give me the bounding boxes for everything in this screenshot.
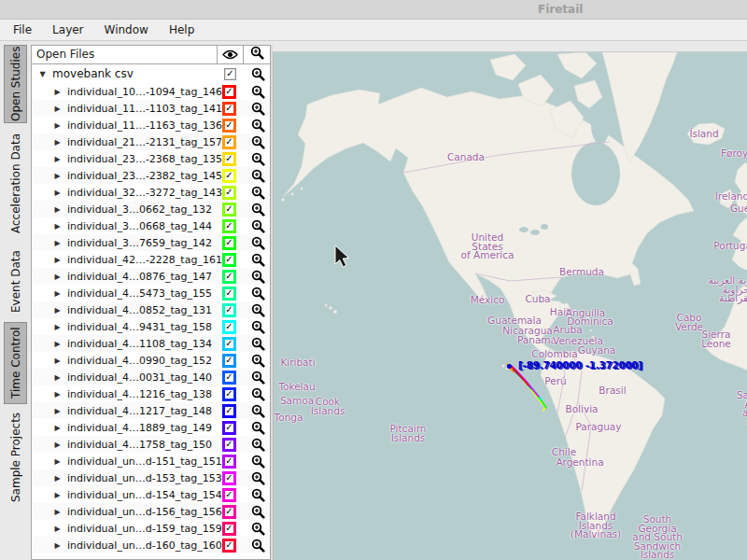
track-visibility-checkbox[interactable]: ✓ <box>222 102 236 116</box>
expand-arrow-icon[interactable]: ▶ <box>52 138 63 147</box>
track-row[interactable]: ▶ individual_4…0990_tag_152 ✓ <box>32 352 270 369</box>
track-row[interactable]: ▶ individual_4…1216_tag_138 ✓ <box>32 385 270 402</box>
track-row[interactable]: ▶ individual_11…-1163_tag_136 ✓ <box>32 117 270 133</box>
track-row[interactable]: ▶ individual_23…-2382_tag_145 ✓ <box>32 167 270 184</box>
expand-arrow-icon[interactable]: ▶ <box>52 306 63 315</box>
track-row[interactable]: ▶ individual_3…0668_tag_144 ✓ <box>32 217 270 234</box>
map-view[interactable]: [-89.740000 -1.372000] [-89.740000 -1.37… <box>273 51 747 560</box>
zoom-to-track-button[interactable] <box>246 337 270 351</box>
track-row[interactable]: ▶ individual_11…-1103_tag_141 ✓ <box>32 100 270 117</box>
expand-arrow-icon[interactable]: ▶ <box>52 172 63 180</box>
zoom-to-track-button[interactable] <box>246 421 270 435</box>
expand-arrow-icon[interactable]: ▶ <box>52 289 63 298</box>
zoom-to-track-button[interactable] <box>246 522 270 536</box>
toggle-all-visibility-button[interactable] <box>218 46 244 63</box>
expand-arrow-icon[interactable]: ▶ <box>52 121 63 130</box>
track-visibility-checkbox[interactable]: ✓ <box>222 303 236 317</box>
expand-arrow-icon[interactable]: ▶ <box>52 273 63 281</box>
track-visibility-checkbox[interactable]: ✓ <box>222 203 236 217</box>
zoom-to-track-button[interactable] <box>246 236 270 250</box>
track-visibility-checkbox[interactable]: ✓ <box>222 152 236 166</box>
zoom-to-track-button[interactable] <box>246 488 270 502</box>
track-visibility-checkbox[interactable]: ✓ <box>222 421 236 435</box>
zoom-to-track-button[interactable] <box>246 219 270 233</box>
expand-arrow-icon[interactable]: ▶ <box>52 424 63 432</box>
track-visibility-checkbox[interactable]: ✓ <box>222 354 236 368</box>
expand-arrow-icon[interactable]: ▶ <box>52 407 63 415</box>
track-visibility-checkbox[interactable]: ✓ <box>222 287 236 301</box>
track-row[interactable]: ▶ individual_32…-3272_tag_143 ✓ <box>32 184 270 201</box>
zoom-to-track-button[interactable] <box>246 287 270 301</box>
track-row[interactable]: ▶ individual_un…d-151_tag_151 ✓ <box>32 453 270 469</box>
zoom-to-root-button[interactable] <box>246 67 270 81</box>
track-row[interactable]: ▶ individual_4…9431_tag_158 ✓ <box>32 318 270 335</box>
track-row[interactable]: ▶ individual_4…1889_tag_149 ✓ <box>32 419 270 436</box>
track-visibility-checkbox[interactable]: ✓ <box>222 387 236 401</box>
zoom-to-track-button[interactable] <box>246 354 270 368</box>
zoom-to-track-button[interactable] <box>246 387 270 401</box>
track-visibility-checkbox[interactable]: ✓ <box>222 219 236 233</box>
track-row[interactable]: ▶ individual_un…d-156_tag_156 ✓ <box>32 503 270 520</box>
zoom-to-track-button[interactable] <box>246 404 270 418</box>
track-visibility-checkbox[interactable]: ✓ <box>222 455 236 469</box>
zoom-to-track-button[interactable] <box>246 102 270 116</box>
track-visibility-checkbox[interactable]: ✓ <box>222 471 236 485</box>
track-visibility-checkbox[interactable]: ✓ <box>222 539 236 553</box>
track-row[interactable]: ▶ individual_42…-2228_tag_161 ✓ <box>32 251 270 268</box>
expand-arrow-icon[interactable]: ▶ <box>52 474 63 483</box>
zoom-to-track-button[interactable] <box>246 455 270 469</box>
track-row[interactable]: ▶ individual_21…-2131_tag_157 ✓ <box>32 133 270 150</box>
root-checkbox[interactable]: ✓ <box>224 68 236 80</box>
tree-row-root[interactable]: ▼ movebank csv ✓ <box>32 64 270 83</box>
zoom-to-track-button[interactable] <box>246 320 270 334</box>
expand-arrow-icon[interactable]: ▶ <box>52 441 63 449</box>
track-row[interactable]: ▶ individual_4…1108_tag_134 ✓ <box>32 335 270 352</box>
zoom-to-track-button[interactable] <box>246 270 270 284</box>
expand-arrow-icon[interactable]: ▶ <box>52 457 63 466</box>
menu-item-window[interactable]: Window <box>95 21 158 39</box>
zoom-to-track-button[interactable] <box>246 203 270 217</box>
menu-item-file[interactable]: File <box>4 21 41 39</box>
expand-arrow-icon[interactable]: ▶ <box>52 105 63 113</box>
track-visibility-checkbox[interactable]: ✓ <box>222 438 236 452</box>
track-visibility-checkbox[interactable]: ✓ <box>222 186 236 200</box>
expand-arrow-icon[interactable]: ▶ <box>52 373 63 382</box>
track-row[interactable]: ▶ individual_4…1217_tag_148 ✓ <box>32 402 270 419</box>
side-tab-sample-projects[interactable]: Sample Projects <box>4 402 27 512</box>
zoom-to-track-button[interactable] <box>246 303 270 317</box>
menu-item-layer[interactable]: Layer <box>43 21 92 39</box>
track-row[interactable]: ▶ individual_un…d-154_tag_154 ✓ <box>32 486 270 503</box>
zoom-to-track-button[interactable] <box>246 119 270 133</box>
zoom-to-track-button[interactable] <box>246 539 270 553</box>
track-row[interactable]: ▶ individual_3…7659_tag_142 ✓ <box>32 234 270 251</box>
track-visibility-checkbox[interactable]: ✓ <box>222 119 236 133</box>
track-row[interactable]: ▶ individual_23…-2368_tag_135 ✓ <box>32 150 270 167</box>
expand-arrow-icon[interactable]: ▶ <box>52 340 63 348</box>
zoom-to-track-button[interactable] <box>246 471 270 485</box>
side-tab-event-data[interactable]: Event Data <box>4 245 27 319</box>
zoom-to-track-button[interactable] <box>246 169 270 183</box>
track-row[interactable]: ▶ individual_4…0852_tag_131 ✓ <box>32 301 270 318</box>
track-visibility-checkbox[interactable]: ✓ <box>222 135 236 149</box>
track-visibility-checkbox[interactable]: ✓ <box>222 522 236 536</box>
track-row[interactable]: ▶ individual_un…d-153_tag_153 ✓ <box>32 469 270 486</box>
zoom-to-track-button[interactable] <box>246 135 270 149</box>
track-row[interactable]: ▶ individual_un…d-159_tag_159 ✓ <box>32 520 270 537</box>
expand-arrow-icon[interactable]: ▶ <box>52 189 63 197</box>
zoom-to-track-button[interactable] <box>246 152 270 166</box>
zoom-to-all-button[interactable] <box>244 46 270 63</box>
track-visibility-checkbox[interactable]: ✓ <box>222 85 236 99</box>
track-visibility-checkbox[interactable]: ✓ <box>222 371 236 385</box>
expand-arrow-icon[interactable]: ▶ <box>52 541 63 550</box>
zoom-to-track-button[interactable] <box>246 505 270 519</box>
expand-arrow-icon[interactable]: ▶ <box>52 357 63 365</box>
track-visibility-checkbox[interactable]: ✓ <box>222 236 236 250</box>
zoom-to-track-button[interactable] <box>246 438 270 452</box>
side-tab-acceleration-data[interactable]: Acceleration Data <box>4 127 27 240</box>
track-visibility-checkbox[interactable]: ✓ <box>222 169 236 183</box>
expand-arrow-icon[interactable]: ▶ <box>52 525 63 533</box>
expand-arrow-icon[interactable]: ▶ <box>52 256 63 264</box>
zoom-to-track-button[interactable] <box>246 186 270 200</box>
track-row[interactable]: ▶ individual_3…0662_tag_132 ✓ <box>32 201 270 217</box>
track-row[interactable]: ▶ individual_4…5473_tag_155 ✓ <box>32 285 270 301</box>
